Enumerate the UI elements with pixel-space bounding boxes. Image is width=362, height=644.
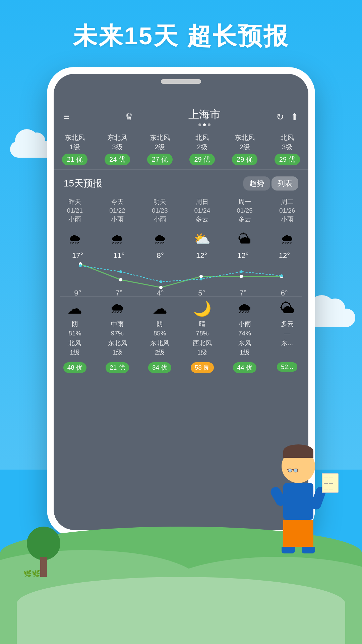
bottom-aqi-5: 52...	[277, 362, 297, 372]
day-col-4: 周一 01/25 多云	[224, 197, 266, 224]
aqi-badge-2: 24 优	[105, 154, 130, 165]
bottom-aqi-2: 34 优	[148, 362, 171, 373]
day-cond-2: 小雨	[140, 215, 180, 224]
bottom-icon-1: 🌧	[96, 300, 139, 317]
low-dot-3	[200, 278, 202, 280]
character-glasses: 👓	[287, 465, 299, 476]
bottom-icon-0: ☁	[54, 300, 96, 317]
bottom-aqi-col-2: 34 优	[138, 361, 181, 373]
bottom-info-col-0: 阴81%北风1级	[54, 319, 96, 358]
weather-icons-row: 🌧 🌧 🌧 ⛅ 🌥 🌧	[54, 227, 308, 251]
day-label-1: 今天	[98, 197, 137, 207]
low-temp-0: 9°	[57, 289, 98, 298]
bottom-aqi-0: 48 优	[63, 362, 86, 373]
day-date-5: 01/26	[267, 207, 307, 214]
refresh-icon[interactable]: ↻	[276, 111, 284, 122]
dot-1	[198, 123, 201, 126]
aqi-badge-5: 29 优	[232, 154, 257, 165]
page-dots	[188, 123, 221, 126]
bottom-col-1: 🌧	[96, 300, 139, 317]
low-temp-4: 7°	[222, 289, 263, 298]
high-temp-3: 12°	[181, 251, 222, 261]
share-icon[interactable]: ⬆	[291, 111, 298, 122]
wind-4: 北风2级	[182, 133, 222, 152]
day-cond-5: 小雨	[267, 215, 307, 224]
day-label-4: 周一	[225, 197, 265, 207]
bottom-aqi-col-0: 48 优	[54, 361, 96, 373]
dot-2	[203, 123, 206, 126]
bottom-icon-5: 🌥	[266, 300, 308, 317]
bottom-cond-1: 中雨97%东北风1级	[96, 319, 139, 358]
bottom-col-0: ☁	[54, 300, 96, 317]
character-shoes	[261, 547, 335, 553]
bottom-aqi-col-1: 21 优	[96, 361, 139, 373]
weather-icon-1: 🌧	[111, 231, 124, 247]
aqi-badge-3: 27 优	[147, 154, 173, 165]
bottom-info-col-1: 中雨97%东北风1级	[96, 319, 139, 358]
day-date-2: 01/23	[140, 207, 180, 214]
icon-col-0: 🌧	[54, 229, 96, 249]
bottom-aqi-col-5: 52...	[266, 361, 308, 373]
bottom-icons-row: ☁ 🌧 ☁ 🌙 🌧 🌥	[54, 297, 308, 319]
icon-col-2: 🌧	[138, 229, 181, 249]
bottom-cond-5: 多云—东...	[266, 319, 308, 348]
bottom-col-2: ☁	[138, 300, 181, 317]
tree: 🌿🌿	[27, 527, 60, 577]
bottom-info-col-5: 多云—东...	[266, 319, 308, 358]
crown-icon[interactable]: ♛	[125, 111, 133, 122]
day-cond-0: 小雨	[55, 215, 95, 224]
grass-blades-icon: 🌿🌿	[23, 570, 40, 577]
wind-aqi-row: 东北风1级 21 优 东北风3级 24 优 东北风2级 27 优 北风2级 29…	[54, 129, 308, 170]
page-title: 未来15天 超长预报	[0, 20, 362, 52]
character-hair	[283, 444, 313, 458]
menu-icon[interactable]: ≡	[64, 111, 69, 122]
dot-3	[208, 123, 210, 126]
character-shoe-right	[302, 547, 315, 553]
tab-list[interactable]: 列表	[272, 176, 298, 191]
temp-chart: 17° 11° 8° 12° 12° 12°	[54, 251, 308, 295]
bottom-info-col-4: 小雨74%东风1级	[224, 319, 266, 358]
wind-2: 东北风3级	[98, 133, 137, 152]
bottom-aqi-row: 48 优 21 优 34 优 58 良 44 优 52...	[54, 359, 308, 378]
weather-icon-3: ⛅	[194, 231, 210, 247]
low-temp-line	[80, 266, 282, 282]
character-shoe-left	[282, 547, 295, 553]
character-body	[283, 483, 313, 520]
bottom-col-4: 🌧	[224, 300, 266, 317]
high-temp-4: 12°	[222, 251, 263, 261]
bottom-aqi-col-3: 58 良	[181, 361, 224, 373]
tree-top	[27, 527, 60, 560]
low-dot-4	[240, 270, 243, 273]
character-pants	[283, 520, 313, 547]
aqi-badge-6: 29 优	[275, 154, 300, 165]
icon-col-1: 🌧	[96, 229, 139, 249]
bottom-cond-0: 阴81%北风1级	[54, 319, 96, 358]
tab-trend[interactable]: 趋势	[243, 176, 270, 191]
high-temp-5: 12°	[264, 251, 305, 261]
weather-icon-0: 🌧	[68, 231, 81, 247]
day-cond-3: 多云	[182, 215, 222, 224]
tree-trunk	[40, 557, 47, 577]
grass-mid	[17, 577, 345, 644]
low-temp-3: 5°	[181, 289, 222, 298]
bottom-cond-4: 小雨74%东风1级	[224, 319, 266, 358]
character: 👓 — —— —— —	[261, 449, 335, 577]
character-head: 👓	[282, 449, 315, 483]
wind-col-1: 东北风1级 21 优	[54, 133, 96, 165]
low-temp-2: 4°	[140, 289, 181, 298]
bottom-info-col-3: 晴78%西北风1级	[181, 319, 224, 358]
day-col-1: 今天 01/22 小雨	[96, 197, 139, 224]
bottom-aqi-1: 21 优	[106, 362, 129, 373]
bottom-col-3: 🌙	[181, 300, 224, 317]
day-date-1: 01/22	[98, 207, 137, 214]
day-col-3: 周日 01/24 多云	[181, 197, 224, 224]
character-notepad: — —— —— —	[322, 473, 339, 493]
forecast-title: 15天预报	[64, 177, 102, 190]
low-dot-2	[160, 280, 162, 283]
high-dot-4	[240, 275, 243, 278]
high-temp-line	[80, 264, 282, 287]
forecast-header: 15天预报 趋势 列表	[54, 170, 308, 195]
wind-6: 北风3级	[267, 133, 307, 152]
phone-speaker	[161, 79, 201, 84]
tree-grass-blades: 🌿🌿	[23, 570, 40, 578]
